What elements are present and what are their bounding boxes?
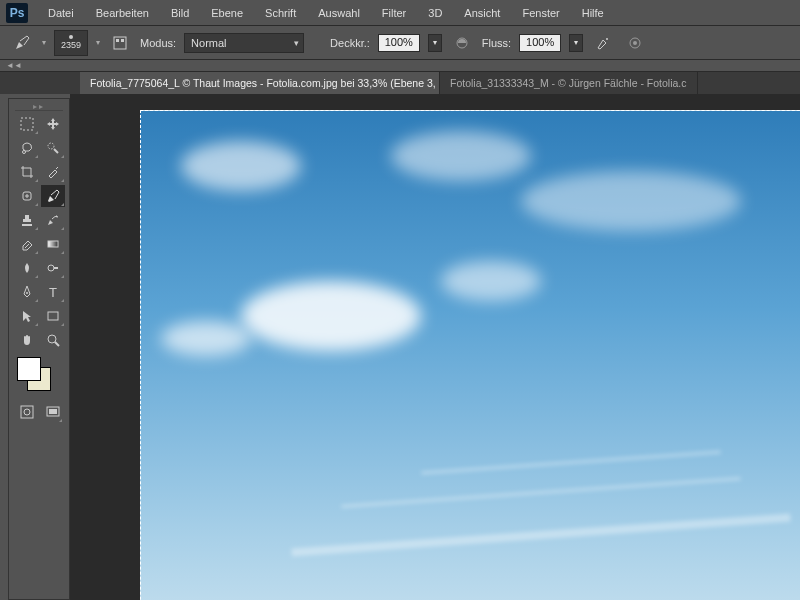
blend-mode-value: Normal <box>191 37 226 49</box>
menu-help[interactable]: Hilfe <box>572 3 614 23</box>
app-logo: Ps <box>6 3 28 23</box>
canvas-area[interactable] <box>70 94 800 600</box>
menu-window[interactable]: Fenster <box>512 3 569 23</box>
tablet-size-icon[interactable] <box>623 31 647 55</box>
sky-cloud <box>241 281 421 351</box>
collapse-handle[interactable]: ◄◄ <box>0 60 800 72</box>
brush-tool[interactable] <box>41 185 65 207</box>
healing-tool[interactable] <box>15 185 39 207</box>
gradient-tool[interactable] <box>41 233 65 255</box>
sky-streak <box>341 477 740 508</box>
tab-label: Fotolia_7775064_L © Thaut Images - Fotol… <box>90 77 440 89</box>
document-tab-bar: Fotolia_7775064_L © Thaut Images - Fotol… <box>0 72 800 94</box>
svg-rect-11 <box>48 241 58 247</box>
flow-dropdown[interactable]: ▾ <box>569 34 583 52</box>
eyedropper-tool[interactable] <box>41 161 65 183</box>
sky-cloud <box>161 321 251 356</box>
sky-cloud <box>521 171 741 231</box>
history-brush-tool[interactable] <box>41 209 65 231</box>
shape-tool[interactable] <box>41 305 65 327</box>
svg-point-18 <box>24 409 30 415</box>
menu-edit[interactable]: Bearbeiten <box>86 3 159 23</box>
blur-tool[interactable] <box>15 257 39 279</box>
path-select-tool[interactable] <box>15 305 39 327</box>
menu-type[interactable]: Schrift <box>255 3 306 23</box>
svg-rect-17 <box>21 406 33 418</box>
hand-tool[interactable] <box>15 329 39 351</box>
svg-point-16 <box>48 335 56 343</box>
menu-file[interactable]: Datei <box>38 3 84 23</box>
chevron-down-icon[interactable]: ▾ <box>96 38 100 47</box>
quickmask-tool[interactable] <box>17 401 37 423</box>
document-tab[interactable]: Fotolia_31333343_M - © Jürgen Fälchle - … <box>440 72 698 94</box>
eraser-tool[interactable] <box>15 233 39 255</box>
blend-mode-select[interactable]: Normal <box>184 33 304 53</box>
document-canvas[interactable] <box>140 110 800 600</box>
menu-3d[interactable]: 3D <box>418 3 452 23</box>
menu-view[interactable]: Ansicht <box>454 3 510 23</box>
sky-streak <box>421 451 720 475</box>
menu-bar: Ps Datei Bearbeiten Bild Ebene Schrift A… <box>0 0 800 26</box>
menu-filter[interactable]: Filter <box>372 3 416 23</box>
current-tool-icon[interactable] <box>10 31 34 55</box>
screenmode-tool[interactable] <box>43 401 63 423</box>
crop-tool[interactable] <box>15 161 39 183</box>
sky-cloud <box>181 141 301 191</box>
svg-rect-20 <box>49 409 57 414</box>
opacity-dropdown[interactable]: ▾ <box>428 34 442 52</box>
marquee-tool[interactable] <box>15 113 39 135</box>
sky-streak <box>291 514 790 557</box>
move-tool[interactable] <box>41 113 65 135</box>
svg-rect-2 <box>121 39 124 42</box>
svg-rect-15 <box>48 312 58 320</box>
svg-point-8 <box>23 151 26 154</box>
brush-size-preset[interactable]: 2359 <box>54 30 88 56</box>
chevron-down-icon[interactable]: ▾ <box>42 38 46 47</box>
flow-label: Fluss: <box>482 37 511 49</box>
svg-point-9 <box>48 143 54 149</box>
lasso-tool[interactable] <box>15 137 39 159</box>
workspace: ▸▸ T <box>0 94 800 600</box>
airbrush-icon[interactable] <box>591 31 615 55</box>
foreground-swatch[interactable] <box>17 357 41 381</box>
svg-text:T: T <box>49 285 57 300</box>
panel-grip[interactable]: ▸▸ <box>15 103 63 111</box>
color-swatches[interactable] <box>17 357 61 393</box>
sky-cloud <box>441 261 541 301</box>
tools-panel: ▸▸ T <box>8 98 70 600</box>
svg-rect-0 <box>114 37 126 49</box>
zoom-tool[interactable] <box>41 329 65 351</box>
tab-label: Fotolia_31333343_M - © Jürgen Fälchle - … <box>450 77 687 89</box>
dodge-tool[interactable] <box>41 257 65 279</box>
document-tab-active[interactable]: Fotolia_7775064_L © Thaut Images - Fotol… <box>80 72 440 94</box>
mode-label: Modus: <box>140 37 176 49</box>
svg-rect-1 <box>116 39 119 42</box>
pen-tool[interactable] <box>15 281 39 303</box>
flow-input[interactable]: 100% <box>519 34 561 52</box>
options-bar: ▾ 2359 ▾ Modus: Normal Deckkr.: 100% ▾ F… <box>0 26 800 60</box>
svg-point-13 <box>26 292 28 294</box>
opacity-input[interactable]: 100% <box>378 34 420 52</box>
quick-select-tool[interactable] <box>41 137 65 159</box>
svg-point-4 <box>606 38 608 40</box>
menu-select[interactable]: Auswahl <box>308 3 370 23</box>
svg-point-12 <box>48 265 54 271</box>
brush-panel-toggle[interactable] <box>108 31 132 55</box>
stamp-tool[interactable] <box>15 209 39 231</box>
brush-size-value: 2359 <box>61 40 81 50</box>
opacity-label: Deckkr.: <box>330 37 370 49</box>
menu-image[interactable]: Bild <box>161 3 199 23</box>
svg-point-6 <box>633 41 637 45</box>
tablet-opacity-icon[interactable] <box>450 31 474 55</box>
type-tool[interactable]: T <box>41 281 65 303</box>
menu-layer[interactable]: Ebene <box>201 3 253 23</box>
svg-rect-7 <box>21 118 33 130</box>
sky-cloud <box>391 131 531 181</box>
